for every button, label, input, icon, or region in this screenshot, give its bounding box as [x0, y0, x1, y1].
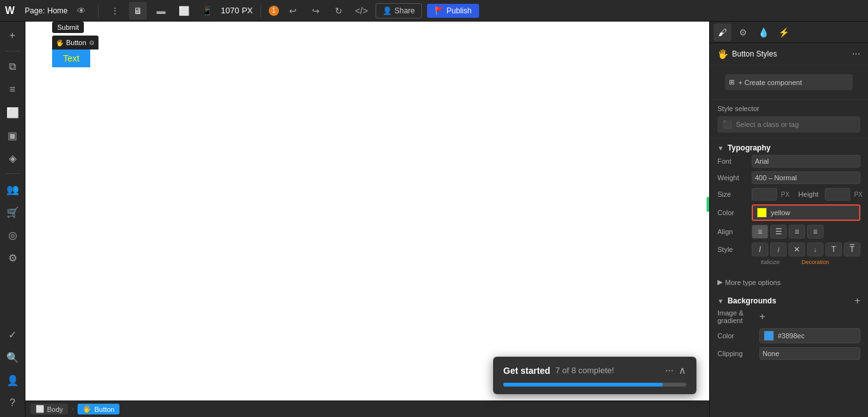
color-label: Color	[717, 209, 748, 216]
align-justify-button[interactable]: ≡	[807, 225, 824, 239]
align-label: Align	[717, 228, 748, 235]
italic-button[interactable]: I	[752, 242, 768, 256]
weight-select[interactable]: 400 – Normal	[752, 171, 860, 184]
resolution-unit: PX	[241, 6, 252, 15]
navigator-icon[interactable]: ≡	[3, 79, 23, 100]
help-icon[interactable]: ?	[3, 393, 23, 413]
refresh-icon[interactable]: ↻	[330, 2, 348, 20]
breadcrumb-separator: ›	[72, 406, 74, 413]
page-name[interactable]: Home	[47, 6, 67, 15]
color-swatch	[757, 208, 767, 218]
divider	[98, 4, 98, 17]
tasks-icon[interactable]: ✓	[3, 324, 23, 345]
clipping-select[interactable]: None	[759, 347, 860, 360]
share-button[interactable]: 👤 Share	[376, 3, 422, 18]
bg-color-field[interactable]: #3898ec	[759, 328, 860, 343]
panel-title: Button Styles	[732, 50, 852, 58]
pages-icon[interactable]: ⬜	[3, 102, 23, 122]
tablet-wide-icon[interactable]: ▬	[152, 2, 170, 20]
panel-hand-icon: 🖐	[717, 49, 728, 59]
overline-button[interactable]: T	[844, 242, 860, 256]
users-icon[interactable]: 👥	[3, 179, 23, 199]
settings-tab[interactable]: ⚙	[734, 23, 752, 41]
get-started-title: Get started	[503, 366, 550, 376]
align-center-button[interactable]: ☰	[770, 225, 787, 239]
notification-badge[interactable]: 1	[269, 6, 279, 16]
strikethrough-button[interactable]: ✕	[789, 242, 805, 256]
align-right-button[interactable]: ≡	[789, 225, 805, 239]
resolution-value: 1070	[220, 6, 239, 15]
more-options-arrow-icon: ▶	[717, 278, 722, 286]
style-selector-section: Style selector ⬛ Select a class or tag	[710, 100, 868, 138]
more-icon[interactable]: ⋮	[106, 2, 124, 20]
canvas-text-element[interactable]: Text	[52, 50, 90, 67]
mobile-icon[interactable]: 📱	[198, 2, 215, 20]
style-tab[interactable]: 🖌	[714, 23, 731, 41]
redo-icon[interactable]: ↪	[307, 2, 325, 20]
progress-bar-fill	[503, 383, 663, 387]
layers-icon[interactable]: ⧉	[3, 56, 23, 77]
paint-tab[interactable]: 💧	[754, 23, 772, 41]
align-buttons: ≡ ☰ ≡ ≡	[752, 225, 824, 239]
bg-color-row: Color #3898ec	[717, 328, 860, 343]
align-left-button[interactable]: ≡	[752, 225, 768, 239]
canvas-area: 🖐 Button ⚙ Submit Text ⬜ Body › 🖐 Button	[25, 22, 709, 417]
italic2-button[interactable]: i	[770, 242, 787, 256]
font-select[interactable]: Arial	[752, 155, 860, 168]
element-gear-icon[interactable]: ⚙	[89, 39, 95, 46]
page-label: Page:	[25, 6, 44, 15]
progress-bar-background	[503, 383, 686, 387]
desktop-icon[interactable]: 🖥	[129, 2, 147, 20]
more-type-options-row[interactable]: ▶ More type options	[710, 274, 868, 290]
code-icon[interactable]: </>	[353, 2, 370, 20]
element-submit-label: Submit	[52, 22, 84, 33]
create-component-button[interactable]: ⊞ + Create component	[725, 74, 853, 90]
selector-icon: ⬛	[722, 120, 732, 129]
topbar: W Page: Home 👁 ⋮ 🖥 ▬ ⬜ 📱 1070 PX 1 ↩ ↪ ↻…	[0, 0, 868, 22]
search-icon[interactable]: 🔍	[3, 347, 23, 367]
typography-toggle-icon: ▼	[717, 145, 724, 152]
style-selector-input[interactable]: ⬛ Select a class or tag	[717, 116, 860, 133]
profile-icon[interactable]: 👤	[3, 370, 23, 390]
interactions-icon[interactable]: ◎	[3, 225, 23, 245]
share-icon: 👤	[383, 6, 392, 15]
element-type-label: Button	[66, 39, 86, 46]
image-gradient-add-icon[interactable]: +	[759, 311, 765, 322]
bg-color-label: Color	[717, 332, 756, 340]
component-icon: ⊞	[729, 78, 735, 86]
breadcrumb-body[interactable]: ⬜ Body	[31, 404, 68, 414]
components-icon[interactable]: ◈	[3, 148, 23, 168]
main-layout: + ⧉ ≡ ⬜ ▣ ◈ 👥 🛒 ◎ ⚙ ✓ 🔍 👤 ? 🖐 Button ⚙	[0, 22, 868, 417]
color-field[interactable]: yellow	[752, 204, 860, 221]
tablet-icon[interactable]: ⬜	[175, 2, 193, 20]
decoration-label: Decoration	[790, 259, 840, 265]
subscript-button[interactable]: ↓	[807, 242, 824, 256]
flag-icon: 🚩	[435, 6, 444, 15]
get-started-close-icon[interactable]: ∧	[679, 364, 686, 376]
backgrounds-section-header[interactable]: ▼ Backgrounds +	[710, 290, 868, 309]
size-unit: PX	[781, 191, 789, 198]
panel-header: 🖐 Button Styles ···	[710, 43, 868, 65]
sidebar-divider	[5, 51, 20, 51]
size-label: Size	[717, 190, 748, 198]
text-style-button[interactable]: T	[825, 242, 842, 256]
backgrounds-add-icon[interactable]: +	[855, 295, 860, 307]
assets-icon[interactable]: ▣	[3, 125, 23, 145]
height-input[interactable]: 20	[825, 188, 850, 201]
eye-icon[interactable]: 👁	[72, 2, 90, 20]
size-input[interactable]: 14	[752, 188, 777, 201]
undo-icon[interactable]: ↩	[284, 2, 302, 20]
selector-placeholder: Select a class or tag	[736, 121, 855, 128]
ecommerce-icon[interactable]: 🛒	[3, 202, 23, 222]
publish-button[interactable]: 🚩 Publish	[427, 4, 479, 18]
app-logo[interactable]: W	[5, 5, 15, 17]
get-started-more-icon[interactable]: ···	[665, 365, 674, 376]
resize-handle[interactable]	[707, 197, 709, 212]
add-icon[interactable]: +	[3, 25, 23, 46]
settings-icon[interactable]: ⚙	[3, 248, 23, 268]
image-gradient-label: Image & gradient	[717, 309, 756, 324]
typography-section-header[interactable]: ▼ Typography	[710, 138, 868, 155]
panel-more-icon[interactable]: ···	[852, 48, 860, 60]
breadcrumb-button[interactable]: 🖐 Button	[78, 404, 119, 414]
lightning-tab[interactable]: ⚡	[775, 23, 792, 41]
